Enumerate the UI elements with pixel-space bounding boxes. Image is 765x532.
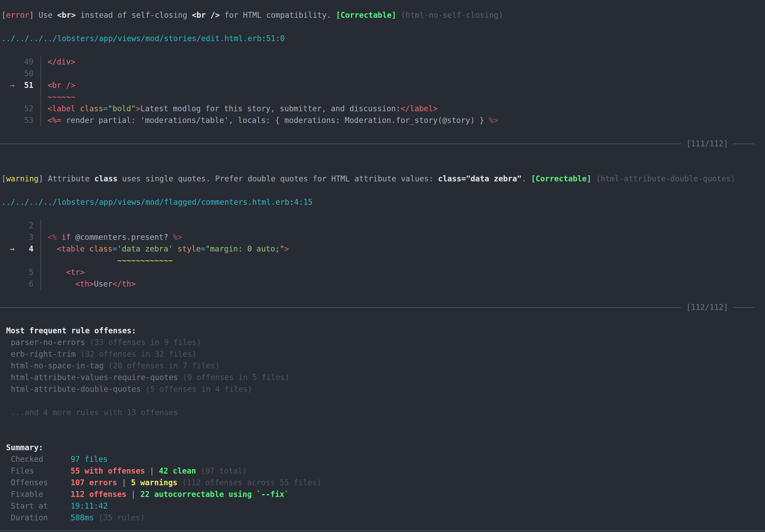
text-segment: ~~~~~~: [47, 92, 75, 102]
text-segment: ] Attribute: [39, 174, 94, 183]
summary-row-files: Files 55 with offenses | 42 clean (97 to…: [0, 465, 765, 477]
summary-label: Fixable: [11, 488, 71, 500]
text-segment: 52: [24, 103, 33, 115]
text-segment: %>: [489, 116, 498, 125]
blank-line: [0, 185, 765, 196]
blank-line: [0, 21, 765, 33]
text-segment: render partial: 'moderations/table', loc…: [62, 116, 489, 125]
line-gutter: [1, 255, 41, 266]
file-location-line: ../../../../lobsters/app/views/mod/stori…: [0, 33, 765, 44]
text-segment: [Correctable]: [336, 11, 396, 20]
summary-value: 107 errors | 5 warnings (112 offenses ac…: [71, 477, 322, 488]
code-text: <table class='data zebra' style="margin:…: [41, 243, 289, 255]
text-segment: ] Use: [29, 11, 57, 20]
text-segment: Latest modlog for this story, submitter,…: [140, 104, 400, 113]
text-segment: %>: [173, 233, 182, 242]
text-segment: <table: [57, 244, 85, 254]
text-segment: @commenters.present?: [71, 233, 173, 242]
text-segment: html-attribute-double-quotes: [11, 384, 141, 394]
line-gutter: 50: [1, 68, 41, 80]
offense-block-warning: [warning] Attribute class uses single qu…: [0, 173, 765, 325]
squiggle-line: ~~~~~~: [0, 91, 765, 103]
code-text: [41, 68, 47, 80]
text-segment: parser-no-errors: [11, 338, 85, 347]
text-segment: <br />: [47, 81, 75, 90]
text-segment: 97 files: [71, 455, 108, 464]
text-segment: 107 errors: [71, 478, 117, 487]
text-segment: 4: [29, 243, 33, 255]
text-segment: <label: [47, 104, 75, 113]
more-rules-line: ...and 4 more rules with 13 offenses: [0, 407, 765, 418]
text-segment: error: [6, 11, 29, 20]
divider-line: [733, 144, 754, 144]
text-segment: =: [201, 244, 206, 254]
rule-offense-line: parser-no-errors (33 offenses in 9 files…: [0, 336, 765, 348]
line-gutter: →4: [1, 243, 41, 255]
text-segment: ../../../../lobsters/app/views/mod/stori…: [1, 34, 262, 43]
code-line: 6 <th>User</th>: [0, 278, 765, 290]
text-segment: >: [136, 104, 141, 113]
summary-row-checked: Checked 97 files: [0, 453, 765, 465]
text-segment: ../../../../lobsters/app/views/mod/flagg…: [1, 198, 290, 207]
summary-label: Files: [11, 465, 71, 477]
text-segment: html-attribute-values-require-quotes: [11, 373, 178, 382]
text-segment: 49: [24, 56, 33, 68]
summary-section: Summary: Checked 97 files Files 55 with …: [0, 442, 765, 524]
code-text: [41, 220, 47, 232]
line-gutter: →51: [1, 80, 41, 91]
text-segment: 5: [29, 266, 33, 278]
squiggle-underline: ~~~~~~: [41, 91, 75, 103]
line-gutter: 6: [1, 278, 41, 290]
text-segment: 51: [24, 80, 33, 91]
text-segment: (112 offenses across 55 files): [178, 478, 322, 487]
progress-divider: [111/112]: [0, 138, 765, 150]
rule-offense-line: html-attribute-double-quotes (5 offenses…: [0, 383, 765, 395]
text-segment: 6: [29, 278, 33, 290]
code-text: <label class="bold">Latest modlog for th…: [41, 103, 438, 115]
code-line: 5 <tr>: [0, 266, 765, 278]
text-segment: [57, 233, 62, 242]
text-segment: (html-no-self-closing): [396, 11, 503, 20]
text-segment: User: [94, 279, 113, 288]
text-segment: [75, 104, 80, 113]
text-segment: 55 with offenses: [71, 466, 145, 475]
text-segment: (33 offenses in 9 files): [85, 338, 201, 347]
text-segment: uses single quotes. Prefer double quotes…: [118, 174, 438, 183]
progress-divider: [112/112]: [0, 301, 765, 313]
text-segment: if: [62, 233, 71, 242]
text-segment: class="data zebra": [438, 174, 522, 183]
summary-row-offenses: Offenses 107 errors | 5 warnings (112 of…: [0, 477, 765, 488]
bottom-divider-line: [0, 530, 765, 531]
code-line: 3 <% if @commenters.present? %>: [0, 232, 765, 243]
text-segment: :: [262, 34, 266, 43]
blank-line: [0, 126, 765, 138]
code-text: <%= render partial: 'moderations/table',…: [41, 115, 498, 126]
blank-line: [0, 150, 765, 161]
text-segment: .: [522, 174, 531, 183]
text-segment: (9 offenses in 5 files): [178, 373, 290, 382]
text-segment: "margin: 0 auto;": [206, 244, 285, 254]
code-line: 53 <%= render partial: 'moderations/tabl…: [0, 115, 765, 126]
text-segment: (20 offenses in 7 files): [104, 361, 220, 370]
summary-label: Offenses: [11, 477, 71, 488]
blank-line: [0, 313, 765, 325]
text-segment: [: [1, 174, 6, 183]
text-segment: [Correctable]: [531, 174, 591, 183]
summary-value: 112 offenses | 22 autocorrectable using …: [71, 488, 289, 500]
text-segment: →: [10, 243, 15, 255]
text-segment: warning: [6, 174, 39, 183]
file-location-line: ../../../../lobsters/app/views/mod/flagg…: [0, 196, 765, 208]
text-segment: (35 rules): [94, 513, 145, 522]
text-segment: ~~~~~~~~~~~~: [117, 256, 173, 265]
blank-line: [0, 290, 765, 301]
summary-value: 19:11:42: [71, 500, 108, 512]
code-text: <br />: [41, 80, 75, 91]
text-segment: (32 offenses in 32 files): [76, 349, 197, 358]
text-segment: 5 warnings: [131, 478, 178, 487]
summary-value: 97 files: [71, 453, 108, 465]
warning-message-line: [warning] Attribute class uses single qu…: [0, 173, 765, 185]
code-text: </div>: [41, 56, 75, 68]
summary-row-duration: Duration 588ms (35 rules): [0, 512, 765, 524]
offense-block-error: [error] Use <br> instead of self-closing…: [0, 9, 765, 173]
text-segment: erb-right-trim: [11, 349, 76, 358]
